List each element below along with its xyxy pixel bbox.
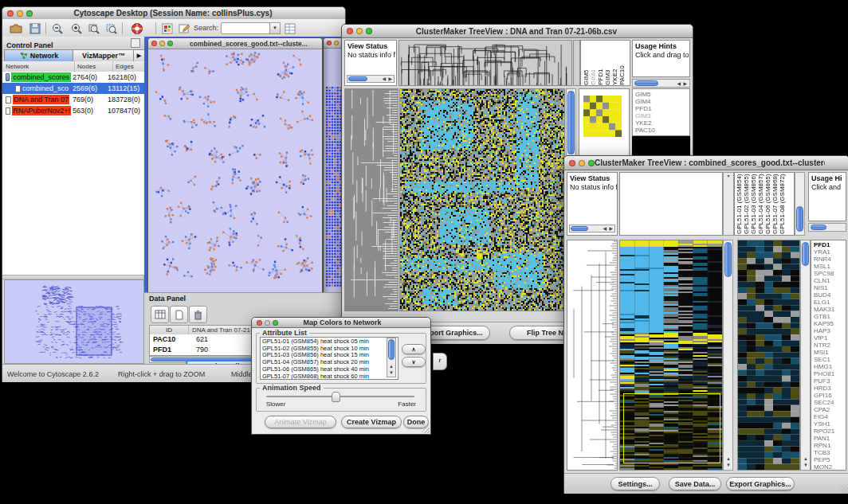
annotation-icon[interactable]	[177, 21, 191, 36]
attribute-list[interactable]: GPL51-01 (GSM854) heat shock 05 minGPL51…	[260, 337, 398, 380]
list-item[interactable]: FIG4	[814, 413, 846, 420]
zoom-vscrollbar[interactable]: ▲▼	[800, 240, 811, 471]
list-item[interactable]: RPO21	[814, 428, 846, 435]
move-up-button[interactable]: ∧	[402, 344, 426, 354]
zoom-heatmap-canvas[interactable]	[738, 240, 799, 470]
search-dropdown-button[interactable]: ▼	[269, 22, 281, 34]
chart-icon[interactable]	[160, 21, 175, 36]
delete-attribute-button[interactable]	[189, 306, 207, 323]
zoom-button[interactable]	[167, 41, 173, 46]
list-item[interactable]: NTR2	[814, 342, 846, 349]
labels-vscrollbar[interactable]	[795, 172, 805, 236]
list-item[interactable]: GPL51-03 (GSM856)	[750, 174, 757, 234]
table-row-selected[interactable]: combined_sco 2569(6) 13112(15)	[2, 83, 144, 94]
column-dendrogram-canvas[interactable]	[399, 41, 571, 85]
list-item[interactable]: SEC24	[814, 399, 846, 406]
divider-strip[interactable]: ▾	[723, 172, 734, 236]
list-item[interactable]: KAP95	[814, 320, 846, 327]
zoom-heatmap-canvas[interactable]	[583, 96, 622, 137]
minimize-button[interactable]	[159, 41, 165, 46]
col-header-nodes[interactable]: Nodes	[75, 61, 113, 72]
attribute-items[interactable]: GPL51-01 (GSM854) heat shock 05 minGPL51…	[261, 338, 398, 380]
zoom-button[interactable]	[26, 10, 33, 17]
gene-list[interactable]: PFD1YRA1RNR4MSL1SPC98CLN1NIS1BUD4ELG1MAK…	[811, 240, 846, 471]
move-down-button[interactable]: ∨	[402, 357, 426, 367]
list-item[interactable]: SEC1	[814, 356, 846, 363]
resize-grip[interactable]	[422, 425, 430, 433]
vscroll-thumb[interactable]	[567, 91, 575, 154]
selection-rectangle[interactable]	[623, 393, 720, 463]
minimize-button[interactable]	[17, 10, 23, 17]
tab-vizmapper[interactable]: VizMapper™	[73, 49, 135, 62]
list-item[interactable]: PUF3	[814, 377, 846, 385]
list-item[interactable]: NIS1	[814, 284, 846, 291]
list-item[interactable]: GPL51-06 (GSM865)	[764, 174, 771, 234]
create-vizmap-button[interactable]: Create Vizmap	[341, 416, 402, 428]
help-ring-icon[interactable]	[130, 21, 144, 36]
vscroll-thumb[interactable]	[724, 242, 732, 277]
list-item[interactable]: VIP1	[814, 334, 846, 342]
list-item[interactable]: ELG1	[814, 299, 846, 306]
treeview1-title-bar[interactable]: ClusterMaker TreeView : DNA and Tran 07-…	[342, 25, 693, 38]
zoom-button[interactable]	[366, 28, 372, 34]
window-controls[interactable]	[564, 160, 595, 166]
vscroll-thumb[interactable]	[388, 339, 395, 360]
list-item[interactable]: GIM3	[635, 112, 689, 119]
network-overview-panel[interactable]	[4, 279, 144, 364]
list-item[interactable]: GIM5	[635, 91, 689, 98]
zoom-selected-icon[interactable]	[104, 21, 119, 36]
table-row[interactable]: RNAPuberNov2+! 563(0) 107847(0)	[2, 105, 144, 116]
list-item[interactable]: CPA2	[814, 406, 846, 413]
zoom-fit-icon[interactable]	[87, 21, 101, 36]
list-item[interactable]: TCB3	[814, 449, 846, 456]
close-button[interactable]	[569, 160, 575, 166]
search-options-icon[interactable]	[283, 21, 297, 36]
close-button[interactable]	[151, 41, 157, 46]
col-header-network[interactable]: Network	[2, 61, 75, 72]
new-attribute-button[interactable]	[170, 306, 188, 323]
list-item[interactable]: SPC98	[814, 270, 846, 277]
animate-vizmap-button[interactable]: Animate Vizmap	[265, 416, 336, 428]
list-item[interactable]: PAC10	[618, 42, 626, 85]
hscroll-thumb[interactable]	[348, 76, 367, 81]
hscroll-thumb[interactable]	[571, 226, 588, 231]
list-item[interactable]: PFD1	[814, 241, 846, 248]
attribute-select-button[interactable]	[151, 306, 169, 323]
list-item[interactable]: GPI16	[814, 392, 846, 399]
speed-slider-track[interactable]	[266, 396, 414, 397]
list-item[interactable]: MON2	[814, 463, 846, 471]
close-button[interactable]	[7, 10, 14, 17]
row-dendrogram-panel[interactable]	[567, 240, 618, 471]
row-dendrogram-canvas[interactable]	[345, 89, 398, 311]
list-item[interactable]: YKE2	[611, 42, 618, 85]
settings-button[interactable]: Settings...	[610, 477, 660, 490]
list-item[interactable]: CLN1	[814, 277, 846, 284]
col-header-edges[interactable]: Edges	[113, 61, 144, 72]
list-item[interactable]: PAC10	[635, 127, 689, 134]
minimize-button[interactable]	[356, 28, 363, 34]
list-item[interactable]: GTB1	[814, 313, 846, 320]
heatmap-canvas[interactable]	[400, 89, 564, 311]
list-item[interactable]: GPL51-07 (GSM868)	[771, 174, 779, 234]
column-dendrogram-panel[interactable]	[398, 40, 572, 86]
row-dendrogram-canvas[interactable]	[567, 240, 617, 470]
network-canvas-1[interactable]	[149, 49, 321, 295]
list-item[interactable]: GPL51-08 (GSM872)	[779, 174, 786, 234]
hscroll-thumb[interactable]	[634, 80, 658, 86]
heatmap-vscrollbar[interactable]: ▲▼	[723, 240, 733, 471]
list-item[interactable]: GIM4	[635, 98, 689, 105]
list-item[interactable]: PFD1	[597, 42, 604, 85]
usage-hints-hscrollbar[interactable]: ◀▶	[632, 79, 690, 88]
attribute-list-vscrollbar[interactable]: ▲▼	[387, 338, 396, 377]
window-controls[interactable]	[252, 320, 278, 326]
list-item[interactable]: PAN1	[814, 435, 846, 442]
close-button[interactable]	[257, 320, 262, 326]
list-item[interactable]: HAP3	[814, 327, 846, 334]
minimize-button[interactable]	[334, 41, 339, 45]
list-item[interactable]: MSI1	[814, 349, 846, 356]
list-item[interactable]: GIM3	[604, 42, 611, 85]
column-dendrogram-panel[interactable]	[619, 172, 723, 236]
float-panel-icon[interactable]	[131, 38, 140, 48]
network-graph-canvas[interactable]	[149, 49, 320, 293]
list-item[interactable]: MAK31	[814, 306, 846, 313]
